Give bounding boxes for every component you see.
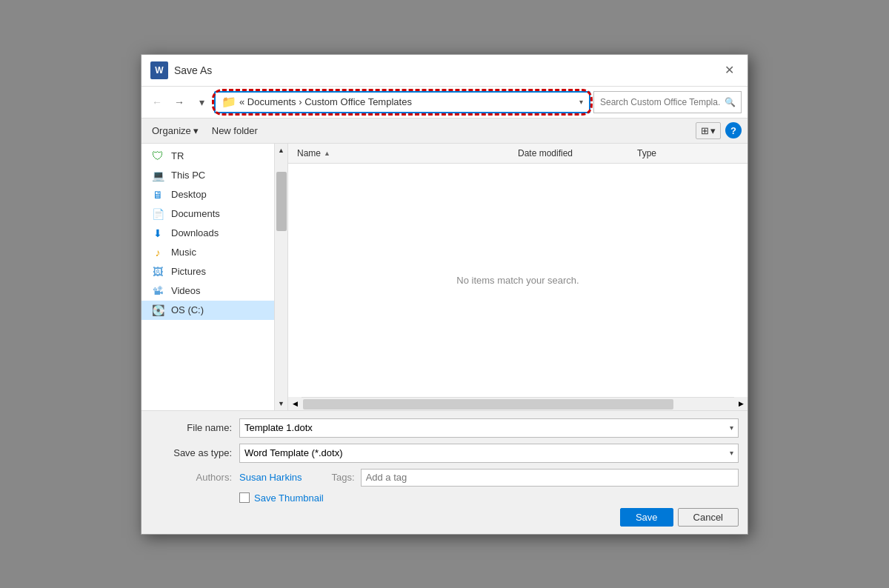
folder-icon: 📁 <box>222 95 236 109</box>
scroll-thumb <box>276 172 287 231</box>
hscroll-thumb <box>303 399 673 410</box>
sort-asc-icon: ▲ <box>324 150 330 157</box>
shield-icon: 🛡 <box>150 150 165 162</box>
column-type-label: Type <box>637 148 656 158</box>
save-type-input[interactable]: Word Template (*.dotx) ▾ <box>239 444 739 463</box>
dialog-title: Save As <box>174 64 212 76</box>
videos-icon: 📽 <box>150 285 165 297</box>
sidebar: 🛡 TR 💻 This PC 🖥 Desktop 📄 Documents ⬇ D… <box>141 144 275 410</box>
sidebar-item-pictures-label: Pictures <box>171 266 206 277</box>
drive-icon: 💽 <box>150 304 165 316</box>
main-content: 🛡 TR 💻 This PC 🖥 Desktop 📄 Documents ⬇ D… <box>141 144 748 410</box>
thumbnail-checkbox[interactable] <box>239 492 250 503</box>
help-label: ? <box>730 125 736 136</box>
computer-icon: 💻 <box>150 170 165 181</box>
authors-label: Authors: <box>150 472 239 483</box>
back-icon: ← <box>152 96 162 108</box>
sidebar-item-osc-label: OS (C:) <box>171 304 204 315</box>
tags-input[interactable] <box>361 469 739 487</box>
tags-label: Tags: <box>332 472 355 483</box>
bottom-area: File name: Template 1.dotx ▾ Save as typ… <box>141 410 748 534</box>
horizontal-scrollbar[interactable]: ◀ ▶ <box>288 397 748 410</box>
file-name-value: Template 1.dotx <box>244 422 313 433</box>
column-name-label: Name <box>297 148 321 158</box>
forward-icon: → <box>174 96 184 108</box>
close-button[interactable]: ✕ <box>719 61 739 80</box>
address-text: « Documents › Custom Office Templates <box>239 96 412 107</box>
organize-button[interactable]: Organize ▾ <box>147 123 203 138</box>
nav-dropdown-button[interactable]: ▾ <box>192 93 211 112</box>
music-icon: ♪ <box>150 247 165 258</box>
sidebar-item-tr-label: TR <box>171 150 184 161</box>
thumbnail-row: Save Thumbnail <box>150 492 739 504</box>
file-list-header: Name ▲ Date modified Type <box>288 144 748 164</box>
file-name-input[interactable]: Template 1.dotx ▾ <box>239 418 739 438</box>
new-folder-label: New folder <box>212 125 258 136</box>
title-bar: W Save As ✕ <box>141 55 748 87</box>
address-bar[interactable]: 📁 « Documents › Custom Office Templates … <box>214 91 590 113</box>
forward-button[interactable]: → <box>170 93 189 112</box>
scroll-down-button[interactable]: ▼ <box>275 397 287 410</box>
nav-bar: ← → ▾ 📁 « Documents › Custom Office Temp… <box>141 87 748 118</box>
word-icon: W <box>150 61 168 79</box>
organize-arrow-icon: ▾ <box>193 125 199 136</box>
file-list-empty-message: No items match your search. <box>288 164 748 397</box>
sidebar-item-this-pc[interactable]: 💻 This PC <box>141 166 274 185</box>
sidebar-item-pictures[interactable]: 🖼 Pictures <box>141 262 274 281</box>
sidebar-item-downloads[interactable]: ⬇ Downloads <box>141 224 274 243</box>
new-folder-button[interactable]: New folder <box>207 123 262 138</box>
sidebar-item-desktop[interactable]: 🖥 Desktop <box>141 185 274 204</box>
file-name-label: File name: <box>150 422 239 433</box>
sidebar-item-documents[interactable]: 📄 Documents <box>141 204 274 224</box>
sidebar-item-documents-label: Documents <box>171 208 220 219</box>
file-list-area: Name ▲ Date modified Type No items match… <box>288 144 748 410</box>
search-wrapper: 🔍 <box>593 91 742 113</box>
back-button[interactable]: ← <box>147 93 167 112</box>
desktop-icon: 🖥 <box>150 189 165 201</box>
view-button[interactable]: ⊞ ▾ <box>696 122 721 139</box>
column-header-date[interactable]: Date modified <box>509 147 628 160</box>
pictures-icon: 🖼 <box>150 266 165 278</box>
sidebar-item-music[interactable]: ♪ Music <box>141 243 274 262</box>
file-name-dropdown-icon: ▾ <box>730 424 733 432</box>
column-header-type[interactable]: Type <box>628 147 748 160</box>
sidebar-item-desktop-label: Desktop <box>171 189 207 200</box>
save-type-row: Save as type: Word Template (*.dotx) ▾ <box>150 444 739 463</box>
search-input[interactable] <box>593 91 742 113</box>
authors-value[interactable]: Susan Harkins <box>239 472 302 483</box>
sidebar-item-music-label: Music <box>171 247 196 258</box>
downloads-icon: ⬇ <box>150 227 165 239</box>
hscroll-left-button[interactable]: ◀ <box>288 397 302 410</box>
save-type-value: Word Template (*.dotx) <box>244 447 342 458</box>
save-button[interactable]: Save <box>620 508 673 527</box>
hscroll-track <box>302 398 734 410</box>
title-left: W Save As <box>150 61 212 79</box>
cancel-button[interactable]: Cancel <box>678 508 739 527</box>
organize-label: Organize <box>152 125 191 136</box>
address-bar-wrapper: 📁 « Documents › Custom Office Templates … <box>214 91 590 113</box>
save-as-dialog: W Save As ✕ ← → ▾ 📁 « Documents › Custom… <box>141 54 748 535</box>
column-header-name[interactable]: Name ▲ <box>288 147 509 160</box>
help-button[interactable]: ? <box>725 122 742 138</box>
action-buttons: Save Cancel <box>150 508 739 527</box>
sidebar-item-this-pc-label: This PC <box>171 170 205 181</box>
address-chevron-icon: ▾ <box>579 98 583 106</box>
save-type-dropdown-icon: ▾ <box>730 449 733 457</box>
view-arrow-icon: ▾ <box>710 125 716 136</box>
sidebar-item-osc[interactable]: 💽 OS (C:) <box>141 301 274 320</box>
nav-dropdown-icon: ▾ <box>199 96 204 108</box>
sidebar-item-downloads-label: Downloads <box>171 227 219 238</box>
documents-icon: 📄 <box>150 208 165 220</box>
view-icon: ⊞ <box>701 125 709 136</box>
file-name-row: File name: Template 1.dotx ▾ <box>150 418 739 438</box>
save-type-label: Save as type: <box>150 447 239 458</box>
sidebar-scrollbar[interactable]: ▲ ▼ <box>275 144 288 410</box>
thumbnail-label[interactable]: Save Thumbnail <box>254 492 324 504</box>
hscroll-right-button[interactable]: ▶ <box>734 397 748 410</box>
toolbar: Organize ▾ New folder ⊞ ▾ ? <box>141 118 748 144</box>
sidebar-item-videos[interactable]: 📽 Videos <box>141 281 274 301</box>
sidebar-item-tr[interactable]: 🛡 TR <box>141 147 274 166</box>
scroll-up-button[interactable]: ▲ <box>275 144 287 157</box>
authors-tags-row: Authors: Susan Harkins Tags: <box>150 469 739 487</box>
column-date-label: Date modified <box>518 148 573 158</box>
